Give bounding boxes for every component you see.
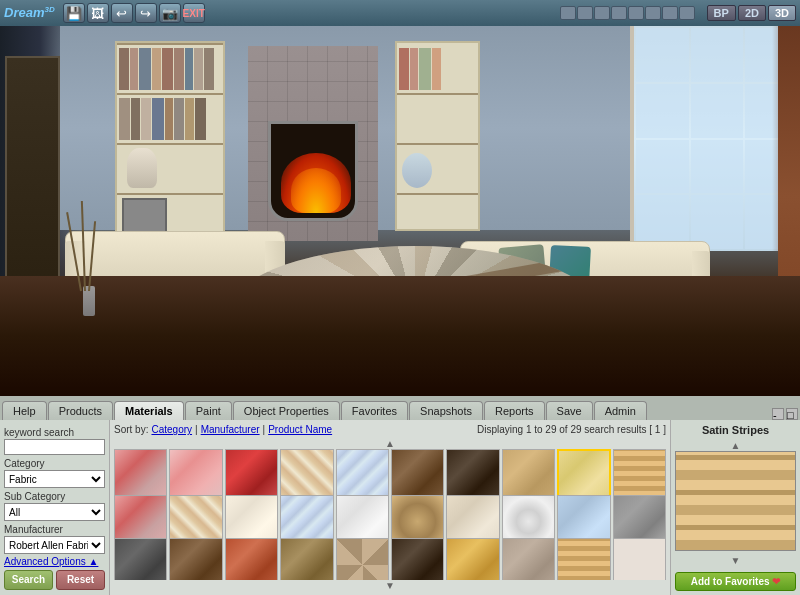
material-thumb[interactable] [225, 538, 278, 580]
toolbar: Dream3D 💾 🖼 ↩ ↪ 📷 EXIT BP 2D 3D [0, 0, 800, 26]
view-icon-1[interactable] [560, 6, 576, 20]
sort-category[interactable]: Category [151, 424, 192, 435]
sort-prefix: Sort by: [114, 424, 148, 435]
reset-button[interactable]: Reset [56, 570, 105, 590]
tab-help[interactable]: Help [2, 401, 47, 420]
manufacturer-label: Manufacturer [4, 524, 105, 535]
tab-products[interactable]: Products [48, 401, 113, 420]
material-thumb[interactable] [391, 538, 444, 580]
view-icon-8[interactable] [679, 6, 695, 20]
view-icon-2[interactable] [577, 6, 593, 20]
category-select[interactable]: Fabric Wood Stone Tile Metal [4, 470, 105, 488]
sort-bar: Sort by: Category | Manufacturer | Produ… [114, 424, 666, 435]
subcategory-select[interactable]: All Solids Patterns Stripes [4, 503, 105, 521]
result-count: Displaying 1 to 29 of 29 search results … [477, 424, 666, 435]
tab-reports[interactable]: Reports [484, 401, 545, 420]
tab-paint[interactable]: Paint [185, 401, 232, 420]
tab-snapshots[interactable]: Snapshots [409, 401, 483, 420]
undo-btn[interactable]: ↩ [111, 3, 133, 23]
tab-admin[interactable]: Admin [594, 401, 647, 420]
sidebar: keyword search Category Fabric Wood Ston… [0, 420, 110, 595]
view-icon-4[interactable] [611, 6, 627, 20]
material-thumb[interactable] [557, 538, 610, 580]
material-thumb[interactable] [446, 538, 499, 580]
sort-manufacturer[interactable]: Manufacturer [201, 424, 260, 435]
bp-view-btn[interactable]: BP [707, 5, 736, 21]
manufacturer-select[interactable]: Robert Allen Fabrics All Manufacturers [4, 536, 105, 554]
view-icon-6[interactable] [645, 6, 661, 20]
search-button[interactable]: Search [4, 570, 53, 590]
materials-panel: Sort by: Category | Manufacturer | Produ… [110, 420, 670, 595]
app-logo: Dream3D [4, 5, 55, 20]
logo-text: Dream [4, 6, 44, 21]
logo-super: 3D [44, 5, 54, 14]
sort-product-name[interactable]: Product Name [268, 424, 332, 435]
minimize-btn[interactable]: - [772, 408, 784, 420]
tab-favorites[interactable]: Favorites [341, 401, 408, 420]
material-thumb[interactable] [169, 538, 222, 580]
3d-view-btn[interactable]: 3D [768, 5, 796, 21]
exit-btn[interactable]: EXIT [183, 3, 205, 23]
material-thumb[interactable] [336, 538, 389, 580]
view-icon-5[interactable] [628, 6, 644, 20]
material-thumb[interactable] [613, 538, 666, 580]
new-btn[interactable]: 🖼 [87, 3, 109, 23]
preview-scroll-down[interactable]: ▼ [675, 555, 796, 566]
2d-view-btn[interactable]: 2D [738, 5, 766, 21]
maximize-btn[interactable]: □ [786, 408, 798, 420]
scroll-down[interactable]: ▼ [114, 580, 666, 591]
add-to-favorites-button[interactable]: Add to Favorites ❤ [675, 572, 796, 591]
keyword-input[interactable] [4, 439, 105, 455]
view-icon-7[interactable] [662, 6, 678, 20]
tab-bar: Help Products Materials Paint Object Pro… [0, 396, 800, 420]
category-label: Category [4, 458, 105, 469]
material-thumb[interactable] [114, 538, 167, 580]
bottom-panel: Help Products Materials Paint Object Pro… [0, 396, 800, 595]
action-buttons: Search Reset [4, 570, 105, 590]
subcategory-label: Sub Category [4, 491, 105, 502]
content-area: keyword search Category Fabric Wood Ston… [0, 420, 800, 595]
keyword-label: keyword search [4, 427, 105, 438]
preview-swatch[interactable] [675, 451, 796, 551]
3d-viewport[interactable] [0, 26, 800, 396]
preview-title: Satin Stripes [675, 424, 796, 436]
view-mode-buttons: BP 2D 3D [707, 5, 796, 21]
snapshot-btn[interactable]: 📷 [159, 3, 181, 23]
heart-icon: ❤ [772, 576, 780, 587]
redo-btn[interactable]: ↪ [135, 3, 157, 23]
scroll-up[interactable]: ▲ [114, 438, 666, 449]
material-grid [114, 449, 666, 580]
tab-object-properties[interactable]: Object Properties [233, 401, 340, 420]
preview-scroll-up[interactable]: ▲ [675, 440, 796, 451]
material-thumb[interactable] [280, 538, 333, 580]
material-thumb[interactable] [502, 538, 555, 580]
view-icon-3[interactable] [594, 6, 610, 20]
preview-panel: Satin Stripes ▲ ▼ Add to Favorites ❤ [670, 420, 800, 595]
save-btn[interactable]: 💾 [63, 3, 85, 23]
advanced-options-link[interactable]: Advanced Options ▲ [4, 556, 105, 567]
tab-materials[interactable]: Materials [114, 401, 184, 420]
tab-save[interactable]: Save [546, 401, 593, 420]
